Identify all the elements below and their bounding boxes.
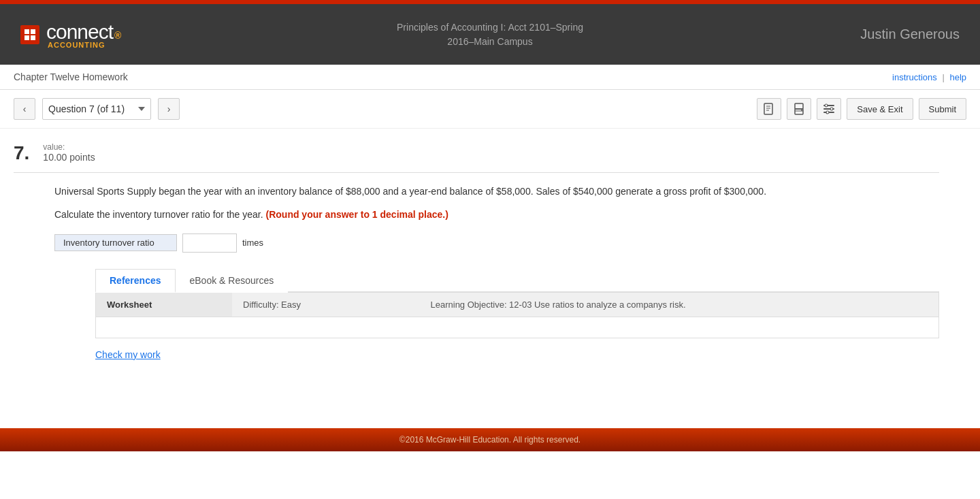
sep: | [942,72,944,82]
svg-point-16 [830,108,833,110]
references-section: References eBook & Resources Worksheet D… [95,269,939,338]
check-work-link[interactable]: Check my work [95,349,161,360]
course-name: Principles of Accounting I: Acct 2101–Sp… [397,22,583,47]
question-points: 10.00 points [43,152,95,163]
answer-label: Inventory turnover ratio [54,234,177,251]
footer-text: ©2016 McGraw-Hill Education. All rights … [399,435,581,445]
tab-ebook[interactable]: eBook & Resources [176,269,289,293]
worksheet-row: Worksheet Difficulty: Easy Learning Obje… [96,293,938,317]
svg-point-11 [801,110,802,111]
question-text: Universal Sports Supply began the year w… [54,184,939,199]
worksheet-label: Worksheet [96,293,232,317]
instructions-link[interactable]: instructions [892,72,937,82]
question-number: 7. [14,142,29,164]
svg-rect-2 [24,35,29,40]
logo-connect: connect [46,20,113,44]
help-link[interactable]: help [949,72,966,82]
sub-header-links: instructions | help [892,72,966,82]
footer: ©2016 McGraw-Hill Education. All rights … [0,428,980,451]
question-body: Universal Sports Supply began the year w… [54,184,939,360]
round-note: (Round your answer to 1 decimal place.) [266,209,448,220]
answer-unit: times [242,238,263,248]
svg-rect-1 [31,29,35,34]
question-value-label: value: [43,142,95,152]
question-select[interactable]: Question 7 (of 11) [42,98,151,120]
instruction-text: Calculate the inventory turnover ratio f… [54,207,939,222]
logo-accounting: ACCOUNTING [48,41,121,49]
answer-input[interactable] [182,234,237,253]
logo-box [20,25,39,44]
svg-rect-3 [31,35,35,40]
logo-area: connect ® ACCOUNTING [20,20,121,49]
check-work: Check my work [95,349,939,360]
answer-row: Inventory turnover ratio times [54,234,939,253]
question-meta: value: 10.00 points [43,142,95,163]
objective-label: Learning Objective: 12-03 Use ratios to … [420,293,939,317]
next-button[interactable]: › [158,98,180,120]
svg-rect-0 [24,29,29,34]
settings-icon-btn[interactable] [817,98,841,120]
homework-title: Chapter Twelve Homework [14,71,128,82]
user-info: Justin Generous [860,27,960,42]
tabs: References eBook & Resources [95,269,939,293]
logo-registered: ® [114,30,121,41]
question-number-label: 7. [14,142,29,163]
main-content: 7. value: 10.00 points Universal Sports … [0,129,980,401]
question-header: 7. value: 10.00 points [14,142,939,173]
save-exit-button[interactable]: Save & Exit [847,98,913,120]
nav-bar: ‹ Question 7 (of 11) › [0,90,980,129]
prev-button[interactable]: ‹ [14,98,35,120]
tab-content: Worksheet Difficulty: Easy Learning Obje… [95,293,939,338]
svg-point-15 [825,104,828,107]
print-icon-btn[interactable] [787,98,811,120]
difficulty-label: Difficulty: Easy [232,293,420,317]
tab-references[interactable]: References [95,269,176,293]
book-icon-btn[interactable] [757,98,781,120]
toolbar-right: Save & Exit Submit [757,98,966,120]
top-bar: connect ® ACCOUNTING Principles of Accou… [0,0,980,65]
sub-header: Chapter Twelve Homework instructions | h… [0,65,980,90]
user-name: Justin Generous [860,27,960,42]
submit-button[interactable]: Submit [919,98,966,120]
svg-rect-8 [795,103,803,109]
svg-point-17 [826,111,829,114]
worksheet-extra-row [96,317,938,338]
course-info: Principles of Accounting I: Acct 2101–Sp… [397,20,583,49]
svg-rect-4 [764,103,772,114]
instruction-main: Calculate the inventory turnover ratio f… [54,209,263,220]
logo-stack: connect ® ACCOUNTING [46,20,121,49]
